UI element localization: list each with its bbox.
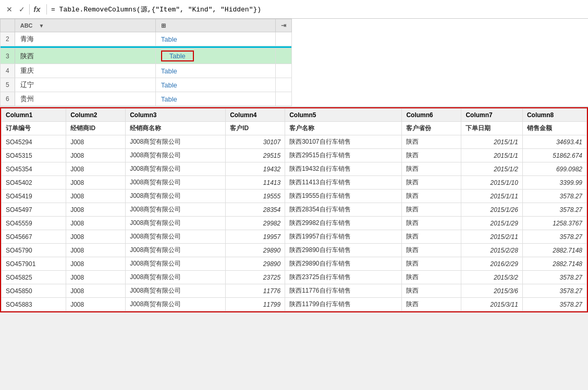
detail-table-row: SO45402J008J008商贸有限公司11413陕西11413自行车销售陕西… [2, 176, 587, 190]
detail-table-cell: 30107 [226, 135, 285, 149]
expand-col-header[interactable]: ⇥ [275, 19, 291, 32]
query-table-row[interactable]: 4重庆Table [1, 64, 292, 78]
detail-table-cell: 3578.27 [522, 284, 586, 298]
detail-table-row: SO45497J008J008商贸有限公司28354陕西28354自行车销售陕西… [2, 203, 587, 217]
detail-table-cell: SO45402 [2, 176, 66, 190]
detail-table-cell: 28354 [226, 203, 285, 217]
detail-table-cell: 2882.7148 [522, 244, 586, 257]
detail-table-cell: 陕西28354自行车销售 [285, 203, 402, 217]
detail-table-cell: J008 [66, 230, 126, 244]
detail-table-cell: SO45667 [2, 230, 66, 244]
row-name-cell: 陕西 [15, 48, 155, 64]
detail-table-cell: J008商贸有限公司 [126, 257, 226, 271]
detail-col-header: Column7 [461, 109, 522, 122]
sort-icon-name[interactable]: ▼ [39, 23, 44, 29]
detail-table-cell: 3578.27 [522, 203, 586, 217]
fx-icon: fx [32, 4, 42, 15]
detail-table-cell: 19957 [226, 230, 285, 244]
detail-table-cell: 陕西11776自行车销售 [285, 284, 402, 298]
detail-table-cell: 19432 [226, 162, 285, 176]
detail-table-cell: 陕西19957自行车销售 [285, 230, 402, 244]
query-table-wrapper: ABC ▼ ⊞ ⇥ 2青海Table3陕西Table4重庆Table5辽宁Tab… [0, 19, 588, 107]
row-name-cell: 贵州 [15, 92, 155, 106]
query-table-row[interactable]: 2青海Table [1, 32, 292, 46]
detail-col-header: Column6 [402, 109, 461, 122]
detail-table-cell: 陕西11799自行车销售 [285, 298, 402, 311]
row-data-cell[interactable]: Table [155, 64, 275, 78]
detail-table-cell: 34693.41 [522, 135, 586, 149]
row-data-cell[interactable]: Table [155, 92, 275, 106]
formula-input[interactable] [51, 5, 584, 13]
detail-table-cell: 2015/3/6 [461, 284, 522, 298]
detail-table-cell: SO45315 [2, 149, 66, 162]
detail-table-cell: SO45883 [2, 298, 66, 311]
detail-table-cell: 陕西23725自行车销售 [285, 271, 402, 284]
detail-table-cell: 陕西29890自行车销售 [285, 257, 402, 271]
formula-divider [29, 4, 30, 15]
row-name-cell: 重庆 [15, 64, 155, 78]
row-name-cell: 青海 [15, 32, 155, 46]
detail-table-cell: 11413 [226, 176, 285, 190]
detail-table-row: SO45883J008J008商贸有限公司11799陕西11799自行车销售陕西… [2, 298, 587, 311]
detail-table-cell: J008 [66, 217, 126, 230]
detail-table-cell: J008 [66, 190, 126, 203]
row-expand-cell [275, 78, 291, 92]
detail-table-cell: J008 [66, 176, 126, 190]
detail-table-cell: SO457901 [2, 257, 66, 271]
detail-table-row: SO45850J008J008商贸有限公司11776陕西11776自行车销售陕西… [2, 284, 587, 298]
detail-table-cell: 2015/3/11 [461, 298, 522, 311]
cancel-icon[interactable]: ✕ [4, 4, 15, 15]
detail-table-row: SO45315J008J008商贸有限公司29515陕西29515自行车销售陕西… [2, 149, 587, 162]
query-table: ABC ▼ ⊞ ⇥ 2青海Table3陕西Table4重庆Table5辽宁Tab… [0, 19, 292, 106]
detail-table-cell: 29515 [226, 149, 285, 162]
detail-header-row-cell: 下单日期 [461, 122, 522, 135]
query-table-row[interactable]: 5辽宁Table [1, 78, 292, 92]
detail-table-cell: 699.0982 [522, 162, 586, 176]
detail-table-cell: 陕西19555自行车销售 [285, 190, 402, 203]
detail-table-cell: 3399.99 [522, 176, 586, 190]
detail-table-cell: 11799 [226, 298, 285, 311]
detail-table-cell: SO45294 [2, 135, 66, 149]
detail-table-cell: 29890 [226, 244, 285, 257]
detail-table-cell: 2015/1/1 [461, 135, 522, 149]
detail-table-cell: 陕西29982自行车销售 [285, 217, 402, 230]
detail-table-cell: 1258.3767 [522, 217, 586, 230]
detail-table-row: SO45354J008J008商贸有限公司19432陕西19432自行车销售陕西… [2, 162, 587, 176]
row-number: 5 [1, 78, 15, 92]
row-data-cell[interactable]: Table [155, 48, 275, 64]
name-col-icon: ABC [20, 22, 33, 29]
detail-table-cell: J008商贸有限公司 [126, 162, 226, 176]
detail-table-row: SO45790J008J008商贸有限公司29890陕西29890自行车销售陕西… [2, 244, 587, 257]
query-table-row[interactable]: 6贵州Table [1, 92, 292, 106]
detail-table: Column1Column2Column3Column4Column5Colum… [1, 108, 587, 311]
detail-col-header: Column5 [285, 109, 402, 122]
detail-table-cell: SO45559 [2, 217, 66, 230]
detail-col-header: Column1 [2, 109, 66, 122]
detail-table-cell: J008 [66, 149, 126, 162]
detail-header-row-cell: 客户名称 [285, 122, 402, 135]
detail-header-row-cell: 客户省份 [402, 122, 461, 135]
detail-header-row-cell: 经销商ID [66, 122, 126, 135]
row-data-cell[interactable]: Table [155, 32, 275, 46]
detail-table-cell: 陕西30107自行车销售 [285, 135, 402, 149]
detail-table-cell: 3578.27 [522, 230, 586, 244]
detail-table-cell: 陕西 [402, 149, 461, 162]
detail-table-cell: 2015/1/2 [461, 162, 522, 176]
detail-table-cell: 陕西 [402, 244, 461, 257]
detail-table-cell: 2015/1/10 [461, 176, 522, 190]
detail-table-cell: J008商贸有限公司 [126, 271, 226, 284]
detail-table-cell: SO45850 [2, 284, 66, 298]
detail-table-cell: J008商贸有限公司 [126, 190, 226, 203]
detail-table-cell: SO45497 [2, 203, 66, 217]
row-expand-cell [275, 92, 291, 106]
detail-table-cell: 陕西 [402, 257, 461, 271]
query-table-row[interactable]: 3陕西Table [1, 48, 292, 64]
detail-table-cell: 29982 [226, 217, 285, 230]
detail-table-cell: J008商贸有限公司 [126, 244, 226, 257]
detail-col-header: Column8 [522, 109, 586, 122]
row-data-cell[interactable]: Table [155, 78, 275, 92]
detail-table-cell: 2015/3/2 [461, 271, 522, 284]
detail-table-cell: J008商贸有限公司 [126, 176, 226, 190]
row-expand-cell [275, 64, 291, 78]
confirm-icon[interactable]: ✓ [17, 4, 27, 15]
